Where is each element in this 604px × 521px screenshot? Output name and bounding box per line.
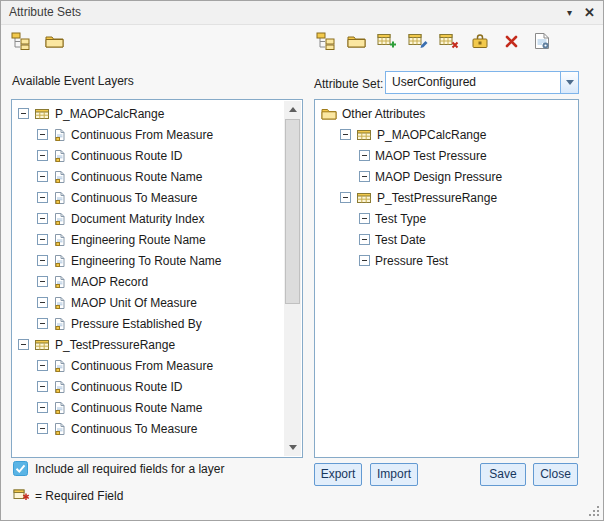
- window-buttons: ▾ ✕: [567, 3, 595, 22]
- tree-item[interactable]: P_TestPressureRange: [14, 334, 284, 355]
- collapse-toggle-icon[interactable]: [37, 402, 48, 413]
- available-layers-panel: P_MAOPCalcRangeContinuous From MeasureCo…: [11, 99, 303, 458]
- collapse-toggle-icon[interactable]: [359, 255, 370, 266]
- minimize-icon[interactable]: ▾: [567, 3, 572, 22]
- tree-item[interactable]: Continuous To Measure: [14, 418, 284, 439]
- collapse-toggle-icon[interactable]: [37, 129, 48, 140]
- save-button[interactable]: Save: [480, 463, 526, 486]
- dropdown-button[interactable]: [560, 72, 578, 93]
- tree-item[interactable]: Other Attributes: [317, 103, 576, 124]
- tree-item[interactable]: Continuous Route ID: [14, 376, 284, 397]
- collapse-toggle-icon[interactable]: [18, 339, 29, 350]
- toolbar-right: [314, 31, 578, 51]
- tree-item[interactable]: Test Type: [317, 208, 576, 229]
- tree-item-label: Test Date: [375, 233, 426, 247]
- collapse-toggle-icon[interactable]: [359, 150, 370, 161]
- tree-item[interactable]: Pressure Established By: [14, 313, 284, 334]
- doc-icon: [53, 401, 66, 415]
- tree-item-label: Pressure Test: [375, 254, 448, 268]
- required-field-text: = Required Field: [35, 489, 123, 503]
- tree-item[interactable]: P_MAOPCalcRange: [317, 124, 576, 145]
- delete-attribute-set-icon[interactable]: [500, 31, 522, 51]
- close-icon[interactable]: ✕: [584, 3, 595, 22]
- tree-item[interactable]: Continuous From Measure: [14, 355, 284, 376]
- tree-item[interactable]: Continuous Route Name: [14, 166, 284, 187]
- scroll-down-icon[interactable]: [284, 439, 301, 456]
- doc-icon: [53, 317, 66, 331]
- new-attribute-set-icon[interactable]: [314, 31, 336, 51]
- tree-item[interactable]: Test Date: [317, 229, 576, 250]
- collapse-toggle-icon[interactable]: [37, 171, 48, 182]
- add-event-layer-icon[interactable]: [376, 31, 398, 51]
- vertical-scrollbar[interactable]: [284, 101, 301, 456]
- tree-item-label: Pressure Established By: [71, 317, 202, 331]
- doc-icon: [53, 254, 66, 268]
- tree-item[interactable]: Continuous Route Name: [14, 397, 284, 418]
- close-button[interactable]: Close: [533, 463, 578, 486]
- doc-icon: [53, 275, 66, 289]
- tree-item-label: Continuous Route Name: [71, 170, 202, 184]
- collapse-toggle-icon[interactable]: [37, 381, 48, 392]
- title-bar[interactable]: Attribute Sets ▾ ✕: [1, 1, 603, 25]
- tree-item[interactable]: Continuous Route ID: [14, 145, 284, 166]
- load-attribute-set-icon[interactable]: [345, 31, 367, 51]
- tree-item-label: Continuous From Measure: [71, 128, 213, 142]
- tree-item[interactable]: MAOP Unit Of Measure: [14, 292, 284, 313]
- attribute-set-tree[interactable]: Other AttributesP_MAOPCalcRangeMAOP Test…: [317, 103, 576, 455]
- tree-item[interactable]: Document Maturity Index: [14, 208, 284, 229]
- tree-item[interactable]: P_MAOPCalcRange: [14, 103, 284, 124]
- doc-icon: [53, 233, 66, 247]
- available-layers-tree[interactable]: P_MAOPCalcRangeContinuous From MeasureCo…: [14, 103, 284, 455]
- resize-grip-icon[interactable]: [588, 505, 600, 517]
- table-icon: [356, 128, 372, 142]
- tree-item-label: MAOP Unit Of Measure: [71, 296, 197, 310]
- tree-item-label: Continuous Route ID: [71, 380, 182, 394]
- tree-item[interactable]: MAOP Design Pressure: [317, 166, 576, 187]
- collapse-toggle-icon[interactable]: [37, 297, 48, 308]
- required-field-icon: [13, 487, 30, 505]
- tree-item[interactable]: Continuous From Measure: [14, 124, 284, 145]
- available-event-layers-label: Available Event Layers: [12, 74, 134, 88]
- collapse-toggle-icon[interactable]: [37, 150, 48, 161]
- doc-icon: [53, 422, 66, 436]
- folder-icon: [321, 107, 337, 120]
- collapse-toggle-icon[interactable]: [359, 171, 370, 182]
- collapse-toggle-icon[interactable]: [340, 192, 351, 203]
- tree-item[interactable]: P_TestPressureRange: [317, 187, 576, 208]
- collapse-toggle-icon[interactable]: [37, 234, 48, 245]
- collapse-toggle-icon[interactable]: [37, 423, 48, 434]
- edit-event-layer-icon[interactable]: [407, 31, 429, 51]
- collapse-toggle-icon[interactable]: [37, 192, 48, 203]
- collapse-toggle-icon[interactable]: [37, 360, 48, 371]
- collapse-toggle-icon[interactable]: [18, 108, 29, 119]
- remove-event-layer-icon[interactable]: [438, 31, 460, 51]
- tree-item[interactable]: MAOP Test Pressure: [317, 145, 576, 166]
- package-attribute-set-icon[interactable]: [469, 31, 491, 51]
- tree-item[interactable]: Pressure Test: [317, 250, 576, 271]
- attribute-set-panel: Other AttributesP_MAOPCalcRangeMAOP Test…: [314, 99, 579, 458]
- collapse-toggle-icon[interactable]: [37, 276, 48, 287]
- tree-item-label: MAOP Test Pressure: [375, 149, 487, 163]
- collapse-toggle-icon[interactable]: [359, 234, 370, 245]
- tree-item[interactable]: Engineering To Route Name: [14, 250, 284, 271]
- scroll-up-icon[interactable]: [284, 101, 301, 118]
- attribute-set-report-icon[interactable]: [531, 31, 553, 51]
- import-button[interactable]: Import: [370, 463, 418, 486]
- tree-item[interactable]: MAOP Record: [14, 271, 284, 292]
- tree-item-label: Engineering Route Name: [71, 233, 206, 247]
- collapse-toggle-icon[interactable]: [37, 255, 48, 266]
- tree-item[interactable]: Continuous To Measure: [14, 187, 284, 208]
- scrollbar-thumb[interactable]: [285, 119, 300, 304]
- collapse-toggle-icon[interactable]: [37, 318, 48, 329]
- attribute-set-dropdown[interactable]: UserConfigured: [385, 71, 579, 94]
- include-required-checkbox[interactable]: [13, 461, 28, 476]
- new-attribute-set-icon[interactable]: [9, 31, 31, 51]
- collapse-toggle-icon[interactable]: [359, 213, 370, 224]
- doc-icon: [53, 359, 66, 373]
- export-button[interactable]: Export: [314, 463, 362, 486]
- collapse-toggle-icon[interactable]: [340, 129, 351, 140]
- tree-item-label: MAOP Design Pressure: [375, 170, 502, 184]
- load-attribute-set-icon[interactable]: [43, 31, 65, 51]
- tree-item[interactable]: Engineering Route Name: [14, 229, 284, 250]
- collapse-toggle-icon[interactable]: [37, 213, 48, 224]
